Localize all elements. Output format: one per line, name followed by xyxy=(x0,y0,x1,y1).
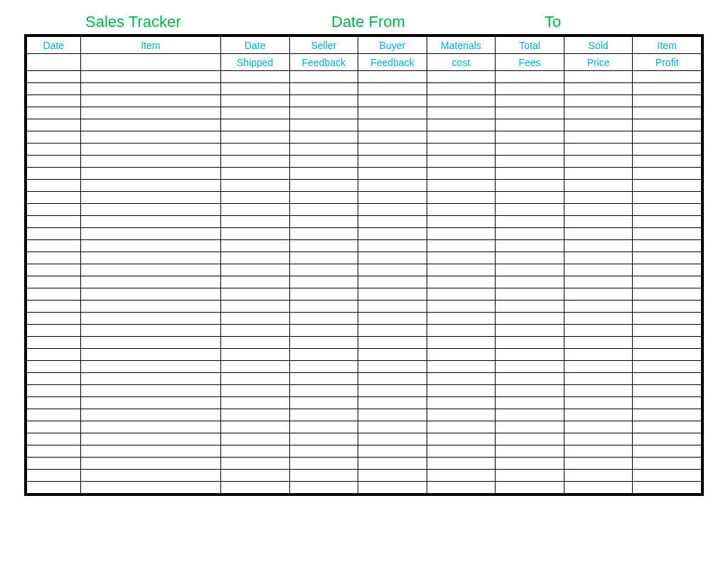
cell[interactable] xyxy=(27,156,81,168)
cell[interactable] xyxy=(220,264,289,276)
cell[interactable] xyxy=(427,325,496,337)
cell[interactable] xyxy=(496,240,564,252)
cell[interactable] xyxy=(220,409,289,421)
cell[interactable] xyxy=(80,83,220,95)
cell[interactable] xyxy=(358,240,427,252)
cell[interactable] xyxy=(289,313,358,325)
cell[interactable] xyxy=(80,409,220,421)
cell[interactable] xyxy=(80,204,220,216)
cell[interactable] xyxy=(358,445,427,458)
cell[interactable] xyxy=(564,131,633,144)
cell[interactable] xyxy=(80,301,220,313)
cell[interactable] xyxy=(564,433,633,445)
cell[interactable] xyxy=(220,228,289,240)
cell[interactable] xyxy=(289,397,358,409)
cell[interactable] xyxy=(633,349,702,361)
cell[interactable] xyxy=(27,288,81,301)
cell[interactable] xyxy=(220,349,289,361)
cell[interactable] xyxy=(289,216,358,228)
cell[interactable] xyxy=(289,470,358,482)
cell[interactable] xyxy=(27,168,81,180)
cell[interactable] xyxy=(496,458,564,470)
cell[interactable] xyxy=(427,144,496,156)
cell[interactable] xyxy=(80,119,220,131)
cell[interactable] xyxy=(220,445,289,458)
cell[interactable] xyxy=(427,349,496,361)
cell[interactable] xyxy=(633,192,702,204)
cell[interactable] xyxy=(358,421,427,433)
cell[interactable] xyxy=(358,180,427,192)
cell[interactable] xyxy=(427,301,496,313)
cell[interactable] xyxy=(289,361,358,373)
cell[interactable] xyxy=(427,180,496,192)
cell[interactable] xyxy=(289,445,358,458)
cell[interactable] xyxy=(80,95,220,107)
cell[interactable] xyxy=(289,433,358,445)
cell[interactable] xyxy=(633,373,702,385)
cell[interactable] xyxy=(289,71,358,83)
cell[interactable] xyxy=(27,373,81,385)
cell[interactable] xyxy=(220,107,289,119)
cell[interactable] xyxy=(358,71,427,83)
cell[interactable] xyxy=(564,107,633,119)
cell[interactable] xyxy=(220,240,289,252)
cell[interactable] xyxy=(358,313,427,325)
cell[interactable] xyxy=(496,421,564,433)
cell[interactable] xyxy=(27,216,81,228)
cell[interactable] xyxy=(427,421,496,433)
cell[interactable] xyxy=(496,482,564,494)
cell[interactable] xyxy=(80,337,220,349)
cell[interactable] xyxy=(633,313,702,325)
cell[interactable] xyxy=(633,156,702,168)
cell[interactable] xyxy=(27,445,81,458)
cell[interactable] xyxy=(27,204,81,216)
cell[interactable] xyxy=(633,301,702,313)
cell[interactable] xyxy=(358,470,427,482)
cell[interactable] xyxy=(27,264,81,276)
cell[interactable] xyxy=(358,349,427,361)
cell[interactable] xyxy=(27,301,81,313)
cell[interactable] xyxy=(27,325,81,337)
cell[interactable] xyxy=(633,433,702,445)
cell[interactable] xyxy=(633,144,702,156)
cell[interactable] xyxy=(220,458,289,470)
cell[interactable] xyxy=(427,119,496,131)
cell[interactable] xyxy=(289,240,358,252)
cell[interactable] xyxy=(427,313,496,325)
cell[interactable] xyxy=(80,240,220,252)
cell[interactable] xyxy=(633,337,702,349)
cell[interactable] xyxy=(220,385,289,397)
cell[interactable] xyxy=(427,71,496,83)
cell[interactable] xyxy=(427,337,496,349)
cell[interactable] xyxy=(80,107,220,119)
cell[interactable] xyxy=(80,397,220,409)
cell[interactable] xyxy=(27,276,81,288)
cell[interactable] xyxy=(220,119,289,131)
cell[interactable] xyxy=(80,421,220,433)
cell[interactable] xyxy=(220,433,289,445)
cell[interactable] xyxy=(633,95,702,107)
cell[interactable] xyxy=(220,192,289,204)
cell[interactable] xyxy=(289,228,358,240)
cell[interactable] xyxy=(564,180,633,192)
cell[interactable] xyxy=(633,168,702,180)
cell[interactable] xyxy=(289,349,358,361)
cell[interactable] xyxy=(564,385,633,397)
cell[interactable] xyxy=(633,252,702,264)
cell[interactable] xyxy=(289,156,358,168)
cell[interactable] xyxy=(496,445,564,458)
cell[interactable] xyxy=(427,433,496,445)
cell[interactable] xyxy=(220,313,289,325)
cell[interactable] xyxy=(289,144,358,156)
cell[interactable] xyxy=(358,361,427,373)
cell[interactable] xyxy=(220,470,289,482)
cell[interactable] xyxy=(633,361,702,373)
cell[interactable] xyxy=(220,95,289,107)
cell[interactable] xyxy=(289,252,358,264)
cell[interactable] xyxy=(358,288,427,301)
cell[interactable] xyxy=(358,204,427,216)
cell[interactable] xyxy=(80,349,220,361)
cell[interactable] xyxy=(496,216,564,228)
cell[interactable] xyxy=(496,301,564,313)
cell[interactable] xyxy=(427,95,496,107)
